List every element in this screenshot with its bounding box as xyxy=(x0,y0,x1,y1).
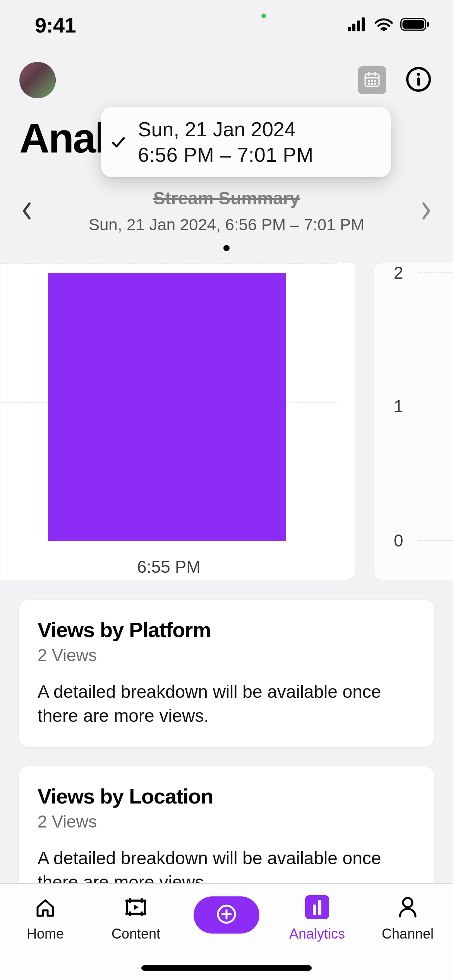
tab-bar: Home Content Analytics Channel xyxy=(0,883,453,980)
chart-area: 6:55 PM 2 1 0 xyxy=(0,263,453,580)
axis-rule xyxy=(418,406,453,406)
axis-tick: 1 xyxy=(394,397,403,416)
tab-content[interactable]: Content xyxy=(91,895,181,942)
status-right xyxy=(348,17,430,33)
svg-point-31 xyxy=(403,898,412,907)
svg-point-16 xyxy=(371,83,373,85)
content-icon xyxy=(124,895,148,920)
card-body: A detailed breakdown will be available o… xyxy=(38,680,415,728)
stream-summary-range: Sun, 21 Jan 2024, 6:56 PM – 7:01 PM xyxy=(46,216,407,234)
info-button[interactable] xyxy=(405,66,432,94)
chevron-left-icon xyxy=(22,202,33,221)
chevron-right-icon xyxy=(420,202,431,221)
date-range-time: 6:56 PM – 7:01 PM xyxy=(138,143,314,166)
svg-point-14 xyxy=(374,80,376,82)
stream-summary-header: Stream Summary Sun, 21 Jan 2024, 6:56 PM… xyxy=(46,189,407,234)
date-range-option[interactable]: Sun, 21 Jan 2024 6:56 PM – 7:01 PM xyxy=(111,118,376,166)
svg-rect-3 xyxy=(362,17,365,31)
card-subtitle: 2 Views xyxy=(38,646,415,665)
person-icon xyxy=(397,895,419,920)
svg-point-13 xyxy=(371,80,373,82)
date-range-text: Sun, 21 Jan 2024 6:56 PM – 7:01 PM xyxy=(138,118,314,166)
svg-rect-0 xyxy=(348,27,351,31)
svg-point-17 xyxy=(374,83,376,85)
stream-summary-nav: Stream Summary Sun, 21 Jan 2024, 6:56 PM… xyxy=(0,170,453,238)
stream-summary-title: Stream Summary xyxy=(46,189,407,207)
analytics-icon xyxy=(305,895,329,920)
pager xyxy=(0,238,453,263)
svg-point-15 xyxy=(368,83,370,85)
chart-gridline xyxy=(0,263,337,264)
battery-icon xyxy=(400,17,430,33)
cellular-icon xyxy=(348,17,367,33)
tab-label: Content xyxy=(112,926,160,942)
axis-rule xyxy=(418,540,453,541)
svg-point-12 xyxy=(368,80,370,82)
info-icon xyxy=(405,66,432,94)
date-range-popover[interactable]: Sun, 21 Jan 2024 6:56 PM – 7:01 PM xyxy=(101,107,391,177)
svg-rect-1 xyxy=(352,24,355,31)
avatar[interactable] xyxy=(19,62,56,98)
svg-rect-2 xyxy=(357,21,360,31)
pager-dot xyxy=(223,245,230,251)
chart-bar xyxy=(48,273,286,541)
card-title: Views by Platform xyxy=(38,618,415,642)
tab-analytics[interactable]: Analytics xyxy=(272,895,362,942)
axis-tick: 0 xyxy=(394,531,403,550)
status-time: 9:41 xyxy=(35,13,76,37)
next-stream-button[interactable] xyxy=(414,202,438,221)
plus-circle-icon xyxy=(216,904,237,926)
status-bar: 9:41 xyxy=(0,0,453,50)
home-indicator[interactable] xyxy=(141,965,312,971)
tab-channel[interactable]: Channel xyxy=(362,895,453,942)
date-range-date: Sun, 21 Jan 2024 xyxy=(138,118,314,141)
calendar-button[interactable] xyxy=(358,66,386,94)
axis-tick: 2 xyxy=(394,263,403,283)
tab-label: Home xyxy=(27,926,64,942)
home-icon xyxy=(34,895,57,920)
header-actions xyxy=(358,66,432,94)
calendar-icon xyxy=(363,70,381,90)
chart-card[interactable]: 6:55 PM xyxy=(0,263,355,580)
axis-rule xyxy=(418,272,453,273)
create-button[interactable] xyxy=(194,896,259,934)
tab-home[interactable]: Home xyxy=(0,895,91,942)
svg-rect-6 xyxy=(403,20,424,29)
wifi-icon xyxy=(374,17,393,33)
svg-rect-20 xyxy=(417,77,420,86)
card-subtitle: 2 Views xyxy=(38,812,415,831)
tab-label: Channel xyxy=(382,926,434,942)
svg-point-19 xyxy=(417,73,420,76)
chart-axis-card[interactable]: 2 1 0 xyxy=(374,263,453,580)
views-by-platform-card[interactable]: Views by Platform 2 Views A detailed bre… xyxy=(19,600,434,747)
prev-stream-button[interactable] xyxy=(15,202,39,221)
svg-rect-7 xyxy=(427,22,429,27)
svg-point-4 xyxy=(383,29,385,31)
chart-x-tick: 6:55 PM xyxy=(0,557,337,577)
camera-indicator-dot xyxy=(261,14,266,18)
header xyxy=(0,50,453,106)
check-icon xyxy=(111,134,126,150)
cards: Views by Platform 2 Views A detailed bre… xyxy=(0,580,453,914)
tab-label: Analytics xyxy=(289,926,345,942)
card-title: Views by Location xyxy=(38,784,415,808)
tab-create[interactable] xyxy=(181,895,272,934)
